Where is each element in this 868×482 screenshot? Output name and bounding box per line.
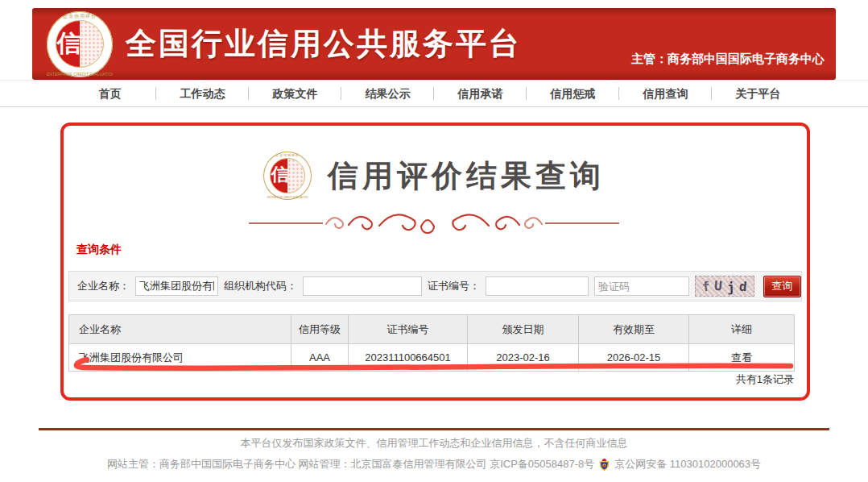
captcha-letter: f [701,278,711,294]
header-company: 企业名称 [69,315,291,344]
platform-logo[interactable]: 企业信用评价 信 ENTERPRISE CREDIT EVALUATION [47,11,113,77]
table-header-row: 企业名称 信用等级 证书编号 颁发日期 有效期至 详细 [69,315,795,344]
captcha-image[interactable]: f U j d [695,276,754,297]
captcha-letter: d [739,278,748,294]
seal-character: 信 [56,27,80,60]
seal-character: 信 [271,163,287,187]
seal-bottom-text: ENTERPRISE CREDIT EVALUATION [47,72,113,77]
cell-rating: AAA [291,344,349,372]
nav-inner: 首页 工作动态 政策文件 结果公示 信用承诺 信用惩戒 信用查询 关于平台 [64,81,804,106]
company-name-label: 企业名称： [77,279,130,293]
site-header: 企业信用评价 信 ENTERPRISE CREDIT EVALUATION 全国… [32,8,836,80]
header-detail: 详细 [689,315,795,344]
view-detail-link[interactable]: 查看 [731,351,752,364]
seal-top-text: 企业信用评价 [263,153,312,157]
cell-cert-no: 202311100664501 [349,344,468,372]
footer-site-info: 网站主管：商务部中国国际电子商务中心 网站管理：北京国富泰信用管理有限公司 京I… [107,457,594,472]
cert-no-label: 证书编号： [428,279,480,293]
captcha-letter: j [726,279,735,294]
org-code-input[interactable] [303,276,422,296]
cell-issue-date: 2023-02-16 [468,344,579,372]
table-row: 飞洲集团股份有限公司 AAA 202311100664501 2023-02-1… [69,344,795,372]
header-issue-date: 颁发日期 [468,315,579,344]
search-button[interactable]: 查询 [763,276,801,297]
nav-item-result-publicity[interactable]: 结果公示 [341,81,434,106]
nav-item-credit-query[interactable]: 信用查询 [619,81,712,106]
flourish-icon [249,211,619,234]
seal-pattern [287,159,304,192]
nav-item-policy-docs[interactable]: 政策文件 [249,81,341,106]
seal-pattern [80,21,103,67]
captcha-input[interactable] [594,276,689,296]
cell-valid-until: 2026-02-15 [579,344,689,372]
company-name-input[interactable] [135,276,218,296]
supervisor-text: 主管：商务部中国国际电子商务中心 [631,52,825,67]
header-cert-no: 证书编号 [349,315,468,344]
ornamental-divider [0,211,868,237]
header-rating: 信用等级 [291,315,349,344]
nav-item-about[interactable]: 关于平台 [712,81,804,106]
results-table: 企业名称 信用等级 证书编号 颁发日期 有效期至 详细 飞洲集团股份有限公司 A… [68,314,795,372]
footer-info-row: 网站主管：商务部中国国际电子商务中心 网站管理：北京国富泰信用管理有限公司 京I… [0,457,868,472]
record-count: 共有1条记录 [68,372,794,387]
captcha-letter: U [714,277,723,293]
seal-inner-circle: 信 [56,20,103,68]
query-section-title: 查询条件 [76,243,122,257]
page: 企业信用评价 信 ENTERPRISE CREDIT EVALUATION 全国… [0,0,868,482]
credit-seal-icon: 企业信用评价 信 ENTERPRISE CREDIT EVALUATION [263,152,312,200]
nav-item-credit-commitment[interactable]: 信用承诺 [434,81,527,106]
seal-bottom-text: ENTERPRISE CREDIT EVALUATION [263,196,312,199]
header-valid-until: 有效期至 [579,315,689,344]
police-badge-icon [597,458,611,472]
site-title: 全国行业信用公共服务平台 [126,23,522,64]
nav-item-home[interactable]: 首页 [64,81,156,106]
cell-company: 飞洲集团股份有限公司 [69,344,291,372]
footer-notice: 本平台仅发布国家政策文件、信用管理工作动态和企业信用信息，不含任何商业信息 [0,436,868,451]
nav-item-work-news[interactable]: 工作动态 [156,81,249,106]
seal-top-text: 企业信用评价 [47,13,113,20]
nav-item-credit-discipline[interactable]: 信用惩戒 [527,81,619,106]
query-form: 企业名称： 组织机构代码： 证书编号： f U j d 查询 [68,271,802,301]
footer-divider [39,428,829,430]
page-title: 信用评价结果查询 [328,156,605,197]
cert-no-input[interactable] [486,276,589,296]
org-code-label: 组织机构代码： [224,279,297,293]
page-title-row: 企业信用评价 信 ENTERPRISE CREDIT EVALUATION 信用… [0,152,868,200]
footer-police-record: 京公网安备 11030102000063号 [614,457,761,472]
main-nav: 首页 工作动态 政策文件 结果公示 信用承诺 信用惩戒 信用查询 关于平台 [0,80,868,107]
seal-inner-circle: 信 [270,158,304,193]
